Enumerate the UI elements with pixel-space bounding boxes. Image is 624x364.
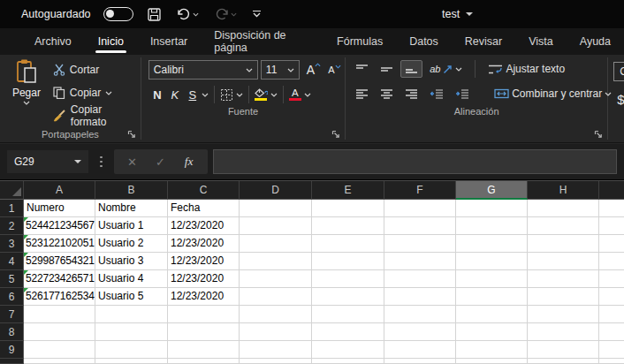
row-header-4[interactable]: 4 — [0, 253, 24, 270]
cell-I9[interactable] — [599, 341, 624, 359]
cell-F8[interactable] — [384, 323, 456, 341]
cell-B8[interactable] — [95, 323, 168, 341]
chevron-down-icon[interactable] — [202, 93, 209, 97]
tab-formulas[interactable]: Fórmulas — [323, 28, 396, 55]
cell-E3[interactable] — [312, 235, 384, 253]
cell-I5[interactable] — [599, 270, 624, 288]
italic-button[interactable]: K — [166, 88, 184, 102]
tab-ayuda[interactable]: Ayuda — [567, 28, 624, 55]
cell-H9[interactable] — [528, 341, 599, 359]
cell-D7[interactable] — [240, 306, 312, 323]
cell-D4[interactable] — [240, 253, 312, 270]
tab-disposicion[interactable]: Disposición de página — [201, 28, 323, 55]
currency-format-button[interactable]: $ — [617, 92, 624, 107]
cell-H7[interactable] — [528, 306, 599, 323]
cell-C4[interactable]: 12/23/2020 — [168, 253, 240, 270]
increase-indent-button[interactable] — [451, 85, 474, 102]
cell-G7[interactable] — [456, 306, 528, 323]
document-title[interactable]: test — [442, 0, 473, 28]
dialog-launcher-icon[interactable] — [127, 130, 136, 139]
cell-E6[interactable] — [312, 288, 384, 306]
cell-F2[interactable] — [384, 217, 456, 235]
cell-H3[interactable] — [528, 235, 599, 253]
cell-C7[interactable] — [168, 306, 240, 323]
row-header-9[interactable]: 9 — [0, 341, 24, 359]
cell-F9[interactable] — [384, 341, 456, 359]
tab-insertar[interactable]: Insertar — [137, 28, 201, 55]
customize-toolbar-button[interactable] — [251, 9, 263, 19]
cell-F6[interactable] — [384, 288, 456, 306]
cell-I4[interactable] — [599, 253, 624, 270]
tab-inicio[interactable]: Inicio — [85, 28, 137, 55]
grow-font-button[interactable]: A — [307, 63, 321, 77]
cell-H4[interactable] — [528, 253, 599, 270]
cell-D3[interactable] — [240, 235, 312, 253]
cell-B9[interactable] — [95, 341, 168, 359]
tab-vista[interactable]: Vista — [515, 28, 567, 55]
column-header-F[interactable]: F — [384, 181, 456, 200]
cell-A3[interactable]: 523122102051 — [24, 235, 95, 253]
cell-G10[interactable] — [456, 359, 528, 364]
decrease-indent-button[interactable] — [425, 85, 448, 102]
font-size-select[interactable]: 11 — [261, 60, 300, 80]
align-middle-button[interactable] — [376, 60, 398, 78]
font-name-select[interactable]: Calibri — [148, 60, 258, 80]
enter-button[interactable]: ✓ — [148, 155, 174, 169]
cell-G4[interactable] — [456, 253, 528, 270]
column-header-H[interactable]: H — [528, 181, 599, 200]
cell-I8[interactable] — [599, 323, 624, 341]
cell-D5[interactable] — [240, 270, 312, 288]
column-header-C[interactable]: C — [168, 181, 240, 200]
row-header-8[interactable]: 8 — [0, 323, 24, 341]
cancel-button[interactable]: ✕ — [119, 155, 146, 169]
cell-B6[interactable]: Usuario 5 — [95, 288, 168, 306]
row-header-10-partial[interactable] — [0, 359, 24, 364]
cell-F7[interactable] — [384, 306, 456, 323]
align-bottom-button[interactable] — [400, 60, 422, 78]
cell-G1[interactable] — [456, 200, 528, 217]
cut-button[interactable]: Cortar — [53, 60, 141, 80]
formula-input[interactable] — [213, 149, 618, 174]
cell-A10[interactable] — [24, 359, 95, 364]
cell-G6[interactable] — [456, 288, 528, 306]
name-box[interactable]: G29 — [7, 150, 88, 173]
cell-A9[interactable] — [24, 341, 95, 359]
cell-I3[interactable] — [599, 235, 624, 253]
cell-D8[interactable] — [240, 323, 312, 341]
cell-E5[interactable] — [312, 270, 384, 288]
cell-H5[interactable] — [528, 270, 599, 288]
cell-B2[interactable]: Usuario 1 — [95, 217, 168, 235]
cell-D2[interactable] — [240, 217, 312, 235]
column-header-G-selected[interactable]: G — [456, 181, 528, 200]
cell-H8[interactable] — [528, 323, 599, 341]
column-header-partial[interactable] — [599, 181, 624, 200]
cell-G9[interactable] — [456, 341, 528, 359]
cell-B10[interactable] — [95, 359, 168, 364]
shrink-font-button[interactable]: A — [328, 64, 340, 75]
cell-A7[interactable] — [24, 306, 95, 323]
cell-I2[interactable] — [599, 217, 624, 235]
cell-F5[interactable] — [384, 270, 456, 288]
drag-handle-icon[interactable] — [100, 156, 103, 168]
cell-F1[interactable] — [384, 200, 456, 217]
cell-H1[interactable] — [528, 200, 599, 217]
redo-button[interactable] — [213, 6, 239, 22]
cell-G3[interactable] — [456, 235, 528, 253]
cell-I1[interactable] — [599, 200, 624, 217]
cell-G8[interactable] — [456, 323, 528, 341]
fill-color-button[interactable] — [255, 88, 278, 102]
column-header-D[interactable]: D — [240, 181, 312, 200]
cell-F3[interactable] — [384, 235, 456, 253]
cell-G2[interactable] — [456, 217, 528, 235]
orientation-button[interactable]: ab — [425, 60, 467, 78]
cell-I7[interactable] — [599, 306, 624, 323]
row-header-1[interactable]: 1 — [0, 200, 24, 217]
row-header-7[interactable]: 7 — [0, 306, 24, 323]
insert-function-button[interactable]: fx — [176, 155, 202, 169]
format-painter-button[interactable]: Copiar formato — [53, 106, 141, 125]
underline-button[interactable]: S — [184, 88, 202, 102]
column-header-A[interactable]: A — [24, 181, 95, 200]
merge-center-button[interactable]: Combinar y centrar — [490, 84, 616, 103]
tab-archivo[interactable]: Archivo — [21, 28, 85, 55]
cell-E4[interactable] — [312, 253, 384, 270]
